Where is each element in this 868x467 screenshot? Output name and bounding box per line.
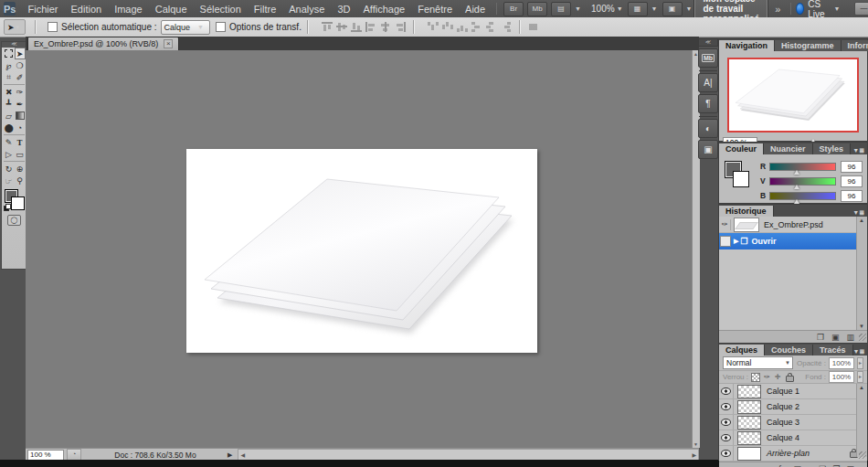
arrange-documents-button[interactable]: ▦ [628, 2, 648, 16]
menu-3d[interactable]: 3D [331, 2, 356, 16]
show-transform-controls-checkbox[interactable] [216, 22, 226, 32]
align-top-edges-icon[interactable] [322, 22, 333, 32]
chevron-down-icon[interactable]: ▼ [651, 5, 658, 12]
crop-tool[interactable]: ⌗ [4, 71, 15, 83]
add-layer-mask-icon[interactable]: ▣ [793, 464, 801, 467]
menu-selection[interactable]: Sélection [194, 2, 248, 16]
new-snapshot-icon[interactable]: ▣ [831, 333, 840, 342]
document-artboard[interactable] [186, 149, 537, 353]
menu-fichier[interactable]: Fichier [21, 2, 64, 16]
minimize-button[interactable]: — [854, 2, 868, 16]
panel-menu-icon[interactable]: ▼≣ [852, 147, 867, 154]
panel-menu-icon[interactable]: ▼≣ [853, 348, 868, 356]
type-tool[interactable]: T [15, 136, 26, 148]
eyedropper-tool[interactable]: ✐ [15, 71, 26, 83]
tab-couches[interactable]: Couches [765, 345, 813, 356]
layer-name[interactable]: Arrière-plan [767, 449, 810, 458]
new-layer-icon[interactable]: ❐ [832, 464, 840, 467]
distribute-right-edges-icon[interactable] [501, 22, 512, 32]
layer-row-calque-3[interactable]: Calque 3 [719, 415, 867, 430]
expand-dock-icon[interactable]: ≪ [698, 38, 718, 47]
paragraph-panel-icon[interactable]: ¶ [698, 94, 718, 113]
status-zoom-field[interactable]: 100 % [27, 450, 64, 461]
layer-thumbnail[interactable] [737, 447, 761, 461]
red-value-field[interactable]: 96 [841, 161, 863, 173]
menu-affichage[interactable]: Affichage [356, 2, 411, 16]
history-snapshot-row[interactable]: ✑ Ex_OmbreP.psd [719, 217, 867, 233]
menu-fenetre[interactable]: Fenêtre [411, 2, 459, 16]
blue-slider-thumb[interactable] [794, 199, 799, 204]
distribute-top-edges-icon[interactable] [428, 22, 439, 32]
distribute-vertical-centers-icon[interactable] [442, 22, 453, 32]
panel-resize-grip[interactable] [859, 451, 866, 459]
chevron-down-icon[interactable]: ▼ [575, 5, 581, 12]
new-document-from-state-icon[interactable]: ❐ [817, 333, 824, 342]
menu-calque[interactable]: Calque [149, 2, 194, 16]
layer-row-calque-1[interactable]: Calque 1 [719, 384, 867, 399]
layer-thumbnail[interactable] [737, 431, 761, 445]
chevron-down-icon[interactable]: ▼ [617, 5, 623, 12]
new-group-icon[interactable]: ❏ [819, 464, 826, 467]
tab-calques[interactable]: Calques [719, 345, 765, 356]
gradient-tool[interactable] [15, 110, 26, 122]
launch-mini-bridge-button[interactable]: Mb [527, 2, 547, 16]
dodge-tool[interactable]: ◔ [15, 122, 26, 133]
auto-select-target-dropdown[interactable]: Calque ▼ [161, 20, 210, 35]
scroll-left-icon[interactable]: ◀ [240, 451, 245, 458]
character-panel-icon[interactable]: A| [698, 73, 718, 92]
launch-bridge-button[interactable]: Br [503, 2, 524, 16]
scroll-down-icon[interactable]: ▼ [859, 324, 864, 329]
workspace-overflow-chevron[interactable]: » [775, 4, 778, 15]
green-slider-thumb[interactable] [794, 185, 799, 189]
masks-panel-icon[interactable]: ▣ [698, 140, 718, 159]
status-menu-arrow-icon[interactable]: ▶ [228, 451, 232, 459]
quick-mask-button[interactable]: ◯ [7, 215, 21, 226]
layer-name[interactable]: Calque 2 [767, 402, 799, 411]
visibility-toggle[interactable] [719, 384, 734, 398]
layer-row-calque-2[interactable]: Calque 2 [719, 399, 867, 415]
menu-analyse[interactable]: Analyse [282, 2, 331, 16]
distribute-horizontal-centers-icon[interactable] [486, 22, 497, 32]
tab-navigation[interactable]: Navigation [719, 40, 775, 51]
lock-image-pixels-icon[interactable]: ✑ [764, 373, 770, 381]
align-right-edges-icon[interactable] [395, 22, 406, 32]
eraser-tool[interactable]: ▱ [4, 110, 15, 122]
opacity-field[interactable]: 100% [829, 357, 854, 369]
history-scrollbar[interactable]: ▲▼ [856, 217, 867, 330]
red-slider[interactable] [769, 163, 836, 171]
align-bottom-edges-icon[interactable] [351, 22, 362, 32]
red-slider-thumb[interactable] [794, 170, 799, 175]
delete-state-icon[interactable]: ▥ [846, 333, 854, 342]
history-brush-source-icon[interactable]: ✑ [719, 219, 731, 230]
distribute-left-edges-icon[interactable] [471, 22, 482, 32]
panel-resize-grip[interactable] [859, 334, 866, 341]
default-colors-icon[interactable] [4, 204, 10, 210]
blend-mode-dropdown[interactable]: Normal▼ [723, 356, 793, 369]
zoom-level-dropdown[interactable]: 100% [591, 4, 615, 14]
quick-selection-tool[interactable]: ❍ [15, 59, 26, 71]
blue-slider[interactable] [769, 192, 836, 200]
background-color-swatch[interactable] [733, 171, 749, 187]
opacity-arrow-icon[interactable]: ▸ [857, 357, 863, 369]
tab-informations[interactable]: Informations [842, 40, 868, 51]
scroll-up-icon[interactable]: ▲ [859, 218, 864, 223]
auto-align-layers-icon[interactable] [528, 22, 539, 32]
layer-thumbnail[interactable] [737, 416, 761, 430]
layer-name[interactable]: Calque 4 [767, 433, 799, 442]
pen-tool[interactable]: ✎ [4, 136, 15, 148]
path-selection-tool[interactable]: ▷ [4, 148, 15, 160]
layer-row-calque-4[interactable]: Calque 4 [719, 430, 867, 446]
layer-row-arriere-plan[interactable]: Arrière-plan [719, 446, 867, 462]
hand-tool[interactable]: ☞ [4, 175, 15, 186]
history-brush-source-box[interactable] [720, 236, 731, 247]
menu-image[interactable]: Image [108, 2, 149, 16]
green-value-field[interactable]: 96 [841, 175, 863, 187]
link-layers-icon[interactable]: ∞ [766, 464, 771, 467]
lock-position-icon[interactable]: ✛ [775, 373, 781, 381]
fill-arrow-icon[interactable]: ▸ [857, 371, 863, 383]
delete-layer-icon[interactable]: ▥ [846, 464, 854, 467]
lasso-tool[interactable]: ℘ [4, 59, 15, 71]
mini-bridge-panel-icon[interactable]: Mb [698, 48, 718, 68]
align-left-edges-icon[interactable] [365, 22, 376, 32]
lock-all-icon[interactable] [786, 376, 794, 382]
